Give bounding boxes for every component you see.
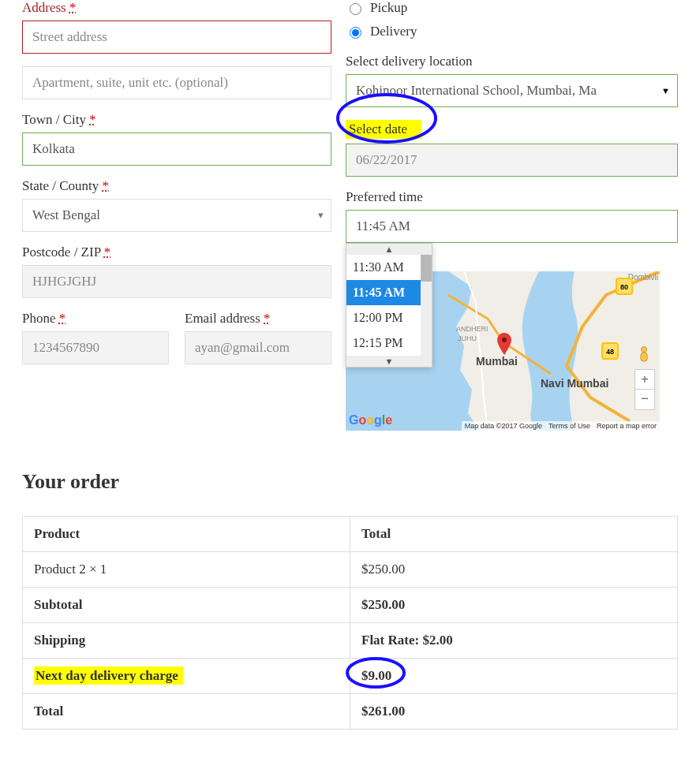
order-row-label: Subtotal bbox=[23, 588, 350, 623]
time-dropdown[interactable]: ▲ 11:30 AM 11:45 AM 12:00 PM 12:15 PM ▼ bbox=[346, 243, 432, 368]
order-row-value: $261.00 bbox=[350, 694, 678, 730]
state-label: State / County * bbox=[22, 178, 331, 194]
order-row-value: $9.00 bbox=[350, 659, 678, 694]
pickup-radio[interactable] bbox=[350, 3, 361, 15]
map-zoom-controls: + − bbox=[634, 369, 655, 410]
postcode-input[interactable] bbox=[22, 265, 331, 298]
date-input[interactable] bbox=[346, 144, 678, 177]
phone-label: Phone * bbox=[22, 311, 169, 327]
address-label: Address * bbox=[22, 0, 331, 16]
time-scroll-down[interactable]: ▼ bbox=[346, 356, 432, 367]
order-row-label: Total bbox=[23, 694, 350, 730]
order-row-value: $250.00 bbox=[350, 552, 678, 588]
google-logo: Google bbox=[349, 413, 392, 427]
order-row-value: Flat Rate: $2.00 bbox=[350, 623, 678, 659]
delivery-radio[interactable] bbox=[350, 27, 361, 39]
price-circle-annotation bbox=[343, 655, 409, 690]
time-option[interactable]: 11:45 AM bbox=[346, 280, 432, 305]
map-terms-link[interactable]: Terms of Use bbox=[545, 421, 593, 431]
postcode-label: Postcode / ZIP * bbox=[22, 245, 331, 260]
street-input[interactable] bbox=[22, 21, 331, 54]
state-select[interactable]: West Bengal bbox=[22, 199, 331, 232]
select-date-label: Select date bbox=[346, 120, 678, 139]
table-row: Next day delivery charge$9.00 bbox=[23, 659, 678, 694]
preferred-time-label: Preferred time bbox=[346, 189, 678, 205]
email-input[interactable] bbox=[185, 331, 331, 364]
map-report-link[interactable]: Report a map error bbox=[593, 421, 660, 431]
time-scroll-up[interactable]: ▲ bbox=[346, 244, 432, 255]
your-order-heading: Your order bbox=[22, 470, 678, 494]
phone-input[interactable] bbox=[22, 331, 169, 364]
map-attribution: Map data ©2017 Google bbox=[462, 421, 545, 431]
delivery-radio-label[interactable]: Delivery bbox=[370, 24, 417, 39]
svg-point-3 bbox=[642, 347, 647, 353]
map-city-label: Mumbai bbox=[476, 355, 518, 368]
svg-rect-4 bbox=[641, 353, 647, 361]
map-sublabel: JUHU bbox=[458, 334, 477, 342]
email-label: Email address * bbox=[185, 311, 331, 327]
map-city-label: Navi Mumbai bbox=[541, 377, 608, 390]
city-label: Town / City * bbox=[22, 112, 331, 128]
table-row: ShippingFlat Rate: $2.00 bbox=[23, 623, 678, 659]
preferred-time-input[interactable] bbox=[346, 210, 678, 243]
zoom-out-button[interactable]: − bbox=[634, 390, 655, 410]
table-row: Product 2 × 1$250.00 bbox=[23, 552, 678, 588]
order-col-total: Total bbox=[350, 517, 678, 552]
delivery-location-label: Select delivery location bbox=[346, 54, 678, 69]
svg-point-5 bbox=[347, 659, 404, 687]
time-scrollbar-thumb[interactable] bbox=[421, 255, 432, 282]
zoom-in-button[interactable]: + bbox=[634, 369, 655, 390]
order-row-label: Shipping bbox=[23, 623, 350, 659]
time-option[interactable]: 12:15 PM bbox=[346, 330, 432, 356]
table-row: Total$261.00 bbox=[23, 694, 678, 730]
order-row-label: Next day delivery charge bbox=[23, 659, 350, 694]
city-input[interactable] bbox=[22, 133, 331, 166]
pickup-label[interactable]: Pickup bbox=[370, 0, 407, 16]
table-row: Subtotal$250.00 bbox=[23, 588, 678, 623]
map-route-badge: 80 bbox=[616, 278, 633, 295]
order-col-product: Product bbox=[23, 517, 350, 552]
order-row-label: Product 2 × 1 bbox=[23, 552, 350, 588]
time-option[interactable]: 11:30 AM bbox=[346, 255, 432, 280]
map-sublabel: ANDHERI bbox=[456, 325, 489, 333]
apartment-input[interactable] bbox=[22, 66, 331, 99]
delivery-location-select[interactable]: Kohinoor International School, Mumbai, M… bbox=[346, 74, 678, 107]
order-row-value: $250.00 bbox=[350, 588, 678, 623]
required-indicator: * bbox=[69, 0, 77, 15]
order-table: Product Total Product 2 × 1$250.00Subtot… bbox=[22, 516, 678, 730]
streetview-pegman-icon[interactable] bbox=[636, 345, 652, 364]
time-option[interactable]: 12:00 PM bbox=[346, 305, 432, 330]
map-route-badge: 48 bbox=[601, 342, 619, 360]
